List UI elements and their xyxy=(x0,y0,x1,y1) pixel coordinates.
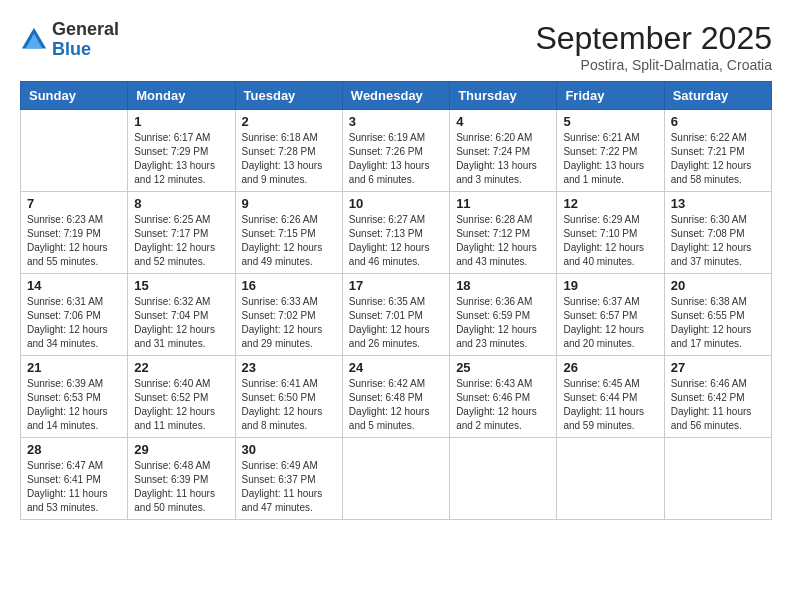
calendar-cell xyxy=(450,438,557,520)
day-number: 8 xyxy=(134,196,228,211)
day-info: Sunrise: 6:38 AM Sunset: 6:55 PM Dayligh… xyxy=(671,295,765,351)
day-number: 29 xyxy=(134,442,228,457)
calendar-cell: 4Sunrise: 6:20 AM Sunset: 7:24 PM Daylig… xyxy=(450,110,557,192)
calendar-cell: 21Sunrise: 6:39 AM Sunset: 6:53 PM Dayli… xyxy=(21,356,128,438)
day-info: Sunrise: 6:35 AM Sunset: 7:01 PM Dayligh… xyxy=(349,295,443,351)
day-number: 2 xyxy=(242,114,336,129)
calendar-cell: 7Sunrise: 6:23 AM Sunset: 7:19 PM Daylig… xyxy=(21,192,128,274)
calendar-cell xyxy=(557,438,664,520)
calendar-cell: 13Sunrise: 6:30 AM Sunset: 7:08 PM Dayli… xyxy=(664,192,771,274)
day-number: 19 xyxy=(563,278,657,293)
month-title: September 2025 xyxy=(535,20,772,57)
day-info: Sunrise: 6:26 AM Sunset: 7:15 PM Dayligh… xyxy=(242,213,336,269)
day-info: Sunrise: 6:46 AM Sunset: 6:42 PM Dayligh… xyxy=(671,377,765,433)
week-row-1: 1Sunrise: 6:17 AM Sunset: 7:29 PM Daylig… xyxy=(21,110,772,192)
day-number: 3 xyxy=(349,114,443,129)
day-number: 15 xyxy=(134,278,228,293)
day-number: 12 xyxy=(563,196,657,211)
day-info: Sunrise: 6:43 AM Sunset: 6:46 PM Dayligh… xyxy=(456,377,550,433)
day-number: 16 xyxy=(242,278,336,293)
day-number: 1 xyxy=(134,114,228,129)
calendar-cell: 30Sunrise: 6:49 AM Sunset: 6:37 PM Dayli… xyxy=(235,438,342,520)
day-number: 20 xyxy=(671,278,765,293)
calendar-header-row: SundayMondayTuesdayWednesdayThursdayFrid… xyxy=(21,82,772,110)
calendar-cell: 2Sunrise: 6:18 AM Sunset: 7:28 PM Daylig… xyxy=(235,110,342,192)
calendar-cell: 24Sunrise: 6:42 AM Sunset: 6:48 PM Dayli… xyxy=(342,356,449,438)
calendar-cell: 9Sunrise: 6:26 AM Sunset: 7:15 PM Daylig… xyxy=(235,192,342,274)
calendar-cell: 15Sunrise: 6:32 AM Sunset: 7:04 PM Dayli… xyxy=(128,274,235,356)
day-info: Sunrise: 6:23 AM Sunset: 7:19 PM Dayligh… xyxy=(27,213,121,269)
weekday-header-wednesday: Wednesday xyxy=(342,82,449,110)
day-info: Sunrise: 6:27 AM Sunset: 7:13 PM Dayligh… xyxy=(349,213,443,269)
day-info: Sunrise: 6:39 AM Sunset: 6:53 PM Dayligh… xyxy=(27,377,121,433)
day-info: Sunrise: 6:36 AM Sunset: 6:59 PM Dayligh… xyxy=(456,295,550,351)
day-info: Sunrise: 6:49 AM Sunset: 6:37 PM Dayligh… xyxy=(242,459,336,515)
day-number: 30 xyxy=(242,442,336,457)
calendar-cell: 27Sunrise: 6:46 AM Sunset: 6:42 PM Dayli… xyxy=(664,356,771,438)
day-number: 24 xyxy=(349,360,443,375)
day-number: 26 xyxy=(563,360,657,375)
calendar-cell: 3Sunrise: 6:19 AM Sunset: 7:26 PM Daylig… xyxy=(342,110,449,192)
day-info: Sunrise: 6:25 AM Sunset: 7:17 PM Dayligh… xyxy=(134,213,228,269)
calendar-cell: 14Sunrise: 6:31 AM Sunset: 7:06 PM Dayli… xyxy=(21,274,128,356)
day-info: Sunrise: 6:18 AM Sunset: 7:28 PM Dayligh… xyxy=(242,131,336,187)
calendar-cell: 1Sunrise: 6:17 AM Sunset: 7:29 PM Daylig… xyxy=(128,110,235,192)
day-info: Sunrise: 6:30 AM Sunset: 7:08 PM Dayligh… xyxy=(671,213,765,269)
day-number: 11 xyxy=(456,196,550,211)
day-info: Sunrise: 6:42 AM Sunset: 6:48 PM Dayligh… xyxy=(349,377,443,433)
weekday-header-saturday: Saturday xyxy=(664,82,771,110)
calendar-cell xyxy=(664,438,771,520)
weekday-header-tuesday: Tuesday xyxy=(235,82,342,110)
calendar-cell: 25Sunrise: 6:43 AM Sunset: 6:46 PM Dayli… xyxy=(450,356,557,438)
day-number: 6 xyxy=(671,114,765,129)
calendar-cell xyxy=(342,438,449,520)
calendar-cell: 29Sunrise: 6:48 AM Sunset: 6:39 PM Dayli… xyxy=(128,438,235,520)
weekday-header-sunday: Sunday xyxy=(21,82,128,110)
title-block: September 2025 Postira, Split-Dalmatia, … xyxy=(535,20,772,73)
calendar-cell: 6Sunrise: 6:22 AM Sunset: 7:21 PM Daylig… xyxy=(664,110,771,192)
calendar-cell: 22Sunrise: 6:40 AM Sunset: 6:52 PM Dayli… xyxy=(128,356,235,438)
day-info: Sunrise: 6:31 AM Sunset: 7:06 PM Dayligh… xyxy=(27,295,121,351)
day-info: Sunrise: 6:21 AM Sunset: 7:22 PM Dayligh… xyxy=(563,131,657,187)
day-number: 14 xyxy=(27,278,121,293)
day-number: 9 xyxy=(242,196,336,211)
calendar-cell: 28Sunrise: 6:47 AM Sunset: 6:41 PM Dayli… xyxy=(21,438,128,520)
calendar-cell: 20Sunrise: 6:38 AM Sunset: 6:55 PM Dayli… xyxy=(664,274,771,356)
calendar-cell: 26Sunrise: 6:45 AM Sunset: 6:44 PM Dayli… xyxy=(557,356,664,438)
day-number: 10 xyxy=(349,196,443,211)
day-info: Sunrise: 6:41 AM Sunset: 6:50 PM Dayligh… xyxy=(242,377,336,433)
day-info: Sunrise: 6:33 AM Sunset: 7:02 PM Dayligh… xyxy=(242,295,336,351)
weekday-header-thursday: Thursday xyxy=(450,82,557,110)
day-number: 27 xyxy=(671,360,765,375)
day-info: Sunrise: 6:47 AM Sunset: 6:41 PM Dayligh… xyxy=(27,459,121,515)
week-row-3: 14Sunrise: 6:31 AM Sunset: 7:06 PM Dayli… xyxy=(21,274,772,356)
week-row-2: 7Sunrise: 6:23 AM Sunset: 7:19 PM Daylig… xyxy=(21,192,772,274)
day-info: Sunrise: 6:28 AM Sunset: 7:12 PM Dayligh… xyxy=(456,213,550,269)
calendar-cell: 5Sunrise: 6:21 AM Sunset: 7:22 PM Daylig… xyxy=(557,110,664,192)
logo-icon xyxy=(20,26,48,54)
day-number: 25 xyxy=(456,360,550,375)
day-info: Sunrise: 6:22 AM Sunset: 7:21 PM Dayligh… xyxy=(671,131,765,187)
day-info: Sunrise: 6:32 AM Sunset: 7:04 PM Dayligh… xyxy=(134,295,228,351)
day-number: 7 xyxy=(27,196,121,211)
day-info: Sunrise: 6:40 AM Sunset: 6:52 PM Dayligh… xyxy=(134,377,228,433)
calendar-cell: 12Sunrise: 6:29 AM Sunset: 7:10 PM Dayli… xyxy=(557,192,664,274)
calendar-cell: 17Sunrise: 6:35 AM Sunset: 7:01 PM Dayli… xyxy=(342,274,449,356)
day-number: 22 xyxy=(134,360,228,375)
weekday-header-friday: Friday xyxy=(557,82,664,110)
day-number: 21 xyxy=(27,360,121,375)
calendar-cell: 8Sunrise: 6:25 AM Sunset: 7:17 PM Daylig… xyxy=(128,192,235,274)
day-number: 18 xyxy=(456,278,550,293)
calendar-cell: 23Sunrise: 6:41 AM Sunset: 6:50 PM Dayli… xyxy=(235,356,342,438)
day-info: Sunrise: 6:45 AM Sunset: 6:44 PM Dayligh… xyxy=(563,377,657,433)
calendar-cell: 16Sunrise: 6:33 AM Sunset: 7:02 PM Dayli… xyxy=(235,274,342,356)
week-row-5: 28Sunrise: 6:47 AM Sunset: 6:41 PM Dayli… xyxy=(21,438,772,520)
day-info: Sunrise: 6:48 AM Sunset: 6:39 PM Dayligh… xyxy=(134,459,228,515)
day-number: 13 xyxy=(671,196,765,211)
day-info: Sunrise: 6:20 AM Sunset: 7:24 PM Dayligh… xyxy=(456,131,550,187)
day-number: 23 xyxy=(242,360,336,375)
calendar-cell: 10Sunrise: 6:27 AM Sunset: 7:13 PM Dayli… xyxy=(342,192,449,274)
calendar-cell: 11Sunrise: 6:28 AM Sunset: 7:12 PM Dayli… xyxy=(450,192,557,274)
location-subtitle: Postira, Split-Dalmatia, Croatia xyxy=(535,57,772,73)
day-number: 4 xyxy=(456,114,550,129)
